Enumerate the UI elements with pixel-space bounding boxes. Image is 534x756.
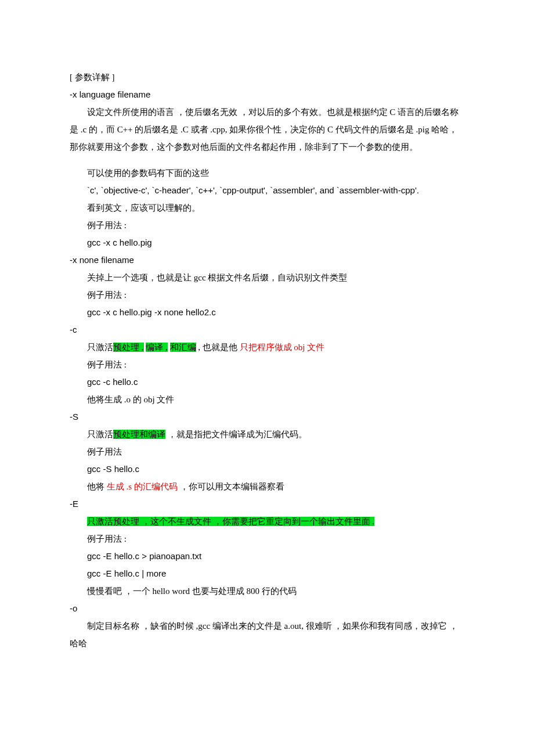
paragraph: 只激活预处理 , 编译 , 和汇编 , 也就是他 只把程序做成 obj 文件: [70, 339, 464, 356]
text: 只激活: [87, 343, 113, 352]
paragraph: 设定文件所使用的语言 ，使后缀名无效 ，对以后的多个有效。也就是根据约定 C 语…: [70, 103, 464, 156]
section-header: [ 参数详解 ]: [70, 69, 464, 86]
flag-e-upper: -E: [70, 495, 464, 513]
paragraph: 只激活预处理和编译 ，就是指把文件编译成为汇编代码。: [70, 426, 464, 443]
highlight: 预处理和编译: [113, 430, 165, 439]
text: [168, 343, 170, 352]
paragraph: 例子用法 :: [70, 286, 464, 304]
blank-line: [70, 156, 464, 164]
paragraph: 慢慢看吧 ，一个 hello word 也要与处理成 800 行的代码: [70, 582, 464, 600]
text: 他将: [87, 482, 107, 491]
highlight: 预处理 ,: [113, 343, 144, 352]
document-page: [ 参数详解 ] -x language filename 设定文件所使用的语言…: [0, 0, 534, 756]
flag-x-none: -x none filename: [70, 251, 464, 269]
highlight: 只激活预处理 ，这个不生成文件 ，你需要把它重定向到一个输出文件里面 .: [87, 517, 374, 526]
flag-x-language: -x language filename: [70, 86, 464, 103]
text: , 也就是他: [196, 343, 240, 352]
text: 只激活: [87, 430, 113, 439]
paragraph-code: gcc -E hello.c | more: [70, 565, 464, 582]
flag-c: -c: [70, 321, 464, 339]
paragraph-code: gcc -S hello.c: [70, 460, 464, 478]
paragraph: 例子用法 :: [70, 217, 464, 234]
paragraph: 例子用法 :: [70, 356, 464, 373]
paragraph-code: `c', `objective-c', `c-header', `c++', `…: [70, 182, 464, 199]
paragraph: 可以使用的参数码有下面的这些: [70, 164, 464, 182]
flag-o: -o: [70, 600, 464, 617]
paragraph: 他将 生成 .s 的汇编代码 ，你可以用文本编辑器察看: [70, 478, 464, 495]
paragraph: 只激活预处理 ，这个不生成文件 ，你需要把它重定向到一个输出文件里面 .: [70, 513, 464, 530]
paragraph-code: gcc -c hello.c: [70, 373, 464, 391]
paragraph: 关掉上一个选项，也就是让 gcc 根据文件名后缀，自动识别文件类型: [70, 269, 464, 286]
red-text: 只把程序做成 obj 文件: [240, 343, 325, 352]
highlight: 编译 ,: [146, 343, 168, 352]
flag-s-upper: -S: [70, 408, 464, 426]
paragraph: 看到英文，应该可以理解的。: [70, 199, 464, 217]
paragraph: 他将生成 .o 的 obj 文件: [70, 391, 464, 408]
paragraph-code: gcc -E hello.c > pianoapan.txt: [70, 548, 464, 565]
paragraph: 制定目标名称 ，缺省的时候 ,gcc 编译出来的文件是 a.out, 很难听 ，…: [70, 617, 464, 652]
red-text: 生成 .s 的汇编代码: [107, 482, 178, 491]
highlight: 和汇编: [170, 343, 196, 352]
text: ，你可以用文本编辑器察看: [178, 482, 284, 491]
text: ，就是指把文件编译成为汇编代码。: [165, 430, 307, 439]
paragraph-code: gcc -x c hello.pig: [70, 234, 464, 251]
paragraph: 例子用法 :: [70, 530, 464, 548]
paragraph-code: gcc -x c hello.pig -x none hello2.c: [70, 304, 464, 321]
paragraph: 例子用法: [70, 443, 464, 460]
